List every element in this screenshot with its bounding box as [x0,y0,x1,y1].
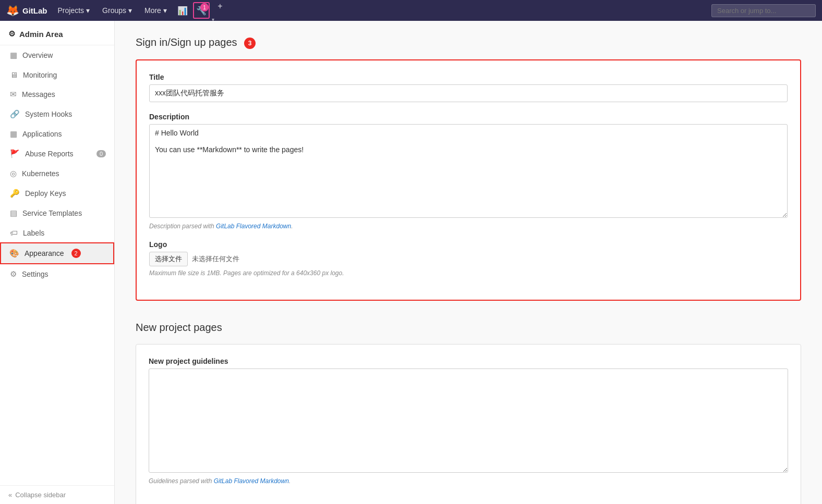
sidebar-item-deploy-keys[interactable]: 🔑 Deploy Keys [0,183,114,203]
title-label: Title [149,73,788,81]
sidebar-item-labels[interactable]: 🏷 Labels [0,223,114,242]
plus-icon[interactable]: + [212,0,228,15]
choose-file-button[interactable]: 选择文件 [149,252,188,266]
page-layout: ⚙ Admin Area ▦ Overview 🖥 Monitoring ✉ M… [0,21,822,504]
overview-icon: ▦ [10,51,17,60]
plus-icon-wrap: + ▾ [212,0,228,23]
description-form-group: Description # Hello World You can use **… [149,113,788,230]
title-input[interactable] [149,84,788,102]
new-project-form-panel: New project guidelines Guidelines parsed… [136,344,801,504]
brand-logo[interactable]: 🦊 GitLab [6,4,47,17]
file-name-display: 未选择任何文件 [192,254,239,264]
sidebar-item-system-hooks[interactable]: 🔗 System Hooks [0,104,114,124]
appearance-badge: 2 [71,249,81,258]
abuse-icon: 🚩 [10,149,20,158]
sign-in-form-panel: Title Description # Hello World You can … [136,59,801,301]
nav-more[interactable]: More ▾ [139,4,172,17]
templates-icon: ▤ [10,208,17,218]
messages-icon: ✉ [10,90,17,99]
file-input-wrap: 选择文件 未选择任何文件 [149,252,788,266]
kubernetes-icon: ◎ [10,169,17,178]
description-help: Description parsed with GitLab Flavored … [149,223,788,230]
sidebar-item-abuse-reports[interactable]: 🚩 Abuse Reports 0 [0,144,114,164]
chevron-down-icon: ▾ [128,6,132,15]
appearance-icon: 🎨 [9,249,19,258]
sidebar-item-messages[interactable]: ✉ Messages [0,84,114,104]
title-form-group: Title [149,73,788,102]
monitoring-icon: 🖥 [10,70,18,79]
applications-icon: ▦ [10,129,17,139]
deploy-icon: 🔑 [10,189,20,198]
description-label: Description [149,113,788,121]
collapse-sidebar[interactable]: « Collapse sidebar [0,485,114,504]
sign-in-title: Sign in/Sign up pages 3 [136,36,801,49]
guidelines-help-link[interactable]: GitLab Flavored Markdown [214,477,289,485]
description-textarea[interactable]: # Hello World You can use **Markdown** t… [149,124,788,218]
hooks-icon: 🔗 [10,109,20,119]
chevron-down-icon: ▾ [163,6,167,15]
sign-in-section: Sign in/Sign up pages 3 Title Descriptio… [136,36,801,301]
nav-items: Projects ▾ Groups ▾ More ▾ 📊 🔧 1 + ▾ [53,0,228,23]
stats-icon-wrap: 📊 [174,2,191,19]
sidebar-item-applications[interactable]: ▦ Applications [0,124,114,144]
logo-help: Maximum file size is 1MB. Pages are opti… [149,269,788,277]
sidebar-item-service-templates[interactable]: ▤ Service Templates [0,203,114,223]
stats-icon[interactable]: 📊 [174,2,191,19]
tool-icon-wrap: 🔧 1 [193,2,210,19]
search-input[interactable] [711,4,816,17]
top-navigation: 🦊 GitLab Projects ▾ Groups ▾ More ▾ 📊 🔧 … [0,0,822,21]
guidelines-textarea[interactable] [149,368,788,473]
sidebar-item-appearance[interactable]: 🎨 Appearance 2 [0,242,114,264]
settings-icon: ⚙ [10,269,17,279]
logo-form-group: Logo 选择文件 未选择任何文件 Maximum file size is 1… [149,240,788,277]
guidelines-help: Guidelines parsed with GitLab Flavored M… [149,477,788,485]
abuse-badge: 0 [96,150,106,157]
new-project-title: New project pages [136,322,801,334]
logo-label: Logo [149,240,788,249]
annotation-3: 3 [244,38,256,49]
sidebar-item-settings[interactable]: ⚙ Settings [0,264,114,284]
description-help-link[interactable]: GitLab Flavored Markdown [216,223,291,230]
sidebar: ⚙ Admin Area ▦ Overview 🖥 Monitoring ✉ M… [0,21,115,504]
main-content: Sign in/Sign up pages 3 Title Descriptio… [115,21,822,504]
sidebar-item-monitoring[interactable]: 🖥 Monitoring [0,65,114,84]
nav-groups[interactable]: Groups ▾ [97,4,137,17]
plus-dropdown-icon: ▾ [212,17,214,22]
gitlab-icon: 🦊 [6,4,19,17]
labels-icon: 🏷 [10,228,18,237]
sidebar-title: Admin Area [19,30,63,39]
chevron-left-icon: « [8,491,12,499]
tool-badge: 1 [200,3,209,11]
admin-area-icon: ⚙ [8,29,15,39]
guidelines-label: New project guidelines [149,357,788,365]
nav-projects[interactable]: Projects ▾ [53,4,95,17]
guidelines-form-group: New project guidelines Guidelines parsed… [149,357,788,485]
sidebar-item-kubernetes[interactable]: ◎ Kubernetes [0,164,114,183]
sidebar-item-overview[interactable]: ▦ Overview [0,45,114,65]
brand-name: GitLab [22,6,47,15]
new-project-section: New project pages New project guidelines… [136,322,801,504]
sidebar-header: ⚙ Admin Area [0,21,114,45]
chevron-down-icon: ▾ [86,6,90,15]
